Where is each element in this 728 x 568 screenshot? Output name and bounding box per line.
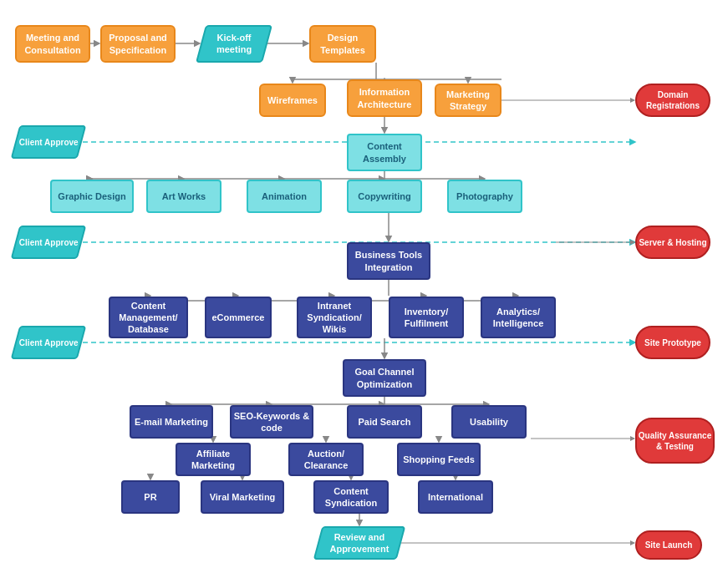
node-shopping-feeds: Shopping Feeds <box>397 443 481 476</box>
node-label-client-approve-3: Client Approve <box>19 337 79 348</box>
node-server-hosting: Server & Hosting <box>635 226 710 259</box>
node-review: Review and Approvement <box>313 526 406 560</box>
node-client-approve-2: Client Approve <box>11 226 87 259</box>
node-client-approve-3: Client Approve <box>11 326 87 359</box>
node-client-approve-1: Client Approve <box>11 125 87 159</box>
node-content-syn: Content Syndication <box>313 480 389 514</box>
node-wireframes: Wireframes <box>259 84 326 117</box>
node-auction: Auction/ Clearance <box>288 443 364 476</box>
node-site-prototype: Site Prototype <box>635 326 710 359</box>
node-qa: Quality Assurance & Testing <box>635 418 715 464</box>
node-pr: PR <box>121 480 180 514</box>
node-seo: SEO-Keywords & code <box>230 405 313 439</box>
diagram: Meeting and ConsultationProposal and Spe… <box>0 0 728 568</box>
node-affiliate: Affiliate Marketing <box>176 443 251 476</box>
node-ecommerce: eCommerce <box>205 297 272 338</box>
node-goal-channel: Goal Channel Optimization <box>343 359 426 397</box>
node-info-arch: Information Architecture <box>347 79 422 117</box>
node-label-client-approve-2: Client Approve <box>19 237 79 248</box>
node-usability: Usability <box>451 405 527 439</box>
node-proposal: Proposal and Specification <box>100 25 176 63</box>
node-kickoff: Kick-off meeting <box>196 25 272 63</box>
node-analytics: Analytics/ Intelligence <box>481 297 556 338</box>
node-cms: Content Management/ Database <box>109 297 188 338</box>
node-graphic-design: Graphic Design <box>50 180 134 213</box>
node-photography: Photography <box>447 180 522 213</box>
node-site-launch: Site Launch <box>635 530 702 560</box>
node-art-works: Art Works <box>146 180 221 213</box>
node-design-tmpl: Design Templates <box>309 25 376 63</box>
node-meeting: Meeting and Consultation <box>15 25 90 63</box>
node-domain-reg: Domain Registrations <box>635 84 710 117</box>
node-animation: Animation <box>247 180 322 213</box>
node-marketing-strat: Marketing Strategy <box>435 84 501 117</box>
node-inventory: Inventory/ Fulfilment <box>389 297 464 338</box>
node-email-mkt: E-mail Marketing <box>130 405 213 439</box>
node-viral: Viral Marketing <box>201 480 284 514</box>
node-intranet: Intranet Syndication/ Wikis <box>297 297 372 338</box>
node-label-kickoff: Kick-off meeting <box>202 32 266 56</box>
node-biz-tools: Business Tools Integration <box>347 242 430 280</box>
node-paid-search: Paid Search <box>347 405 422 439</box>
node-label-review: Review and Approvement <box>319 531 400 555</box>
node-international: International <box>418 480 493 514</box>
node-copywriting: Copywriting <box>347 180 422 213</box>
node-label-client-approve-1: Client Approve <box>19 137 79 148</box>
node-content-assembly: Content Assembly <box>347 134 422 171</box>
